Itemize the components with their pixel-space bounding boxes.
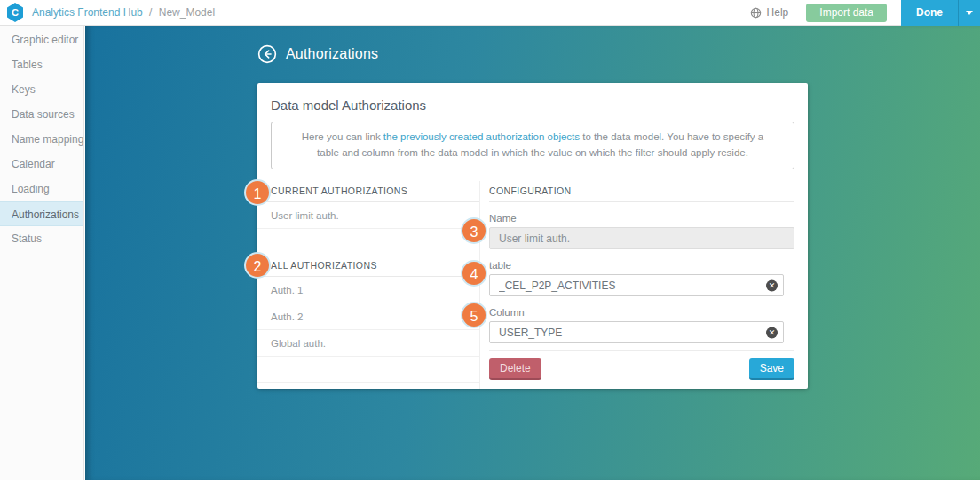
empty-list-row bbox=[257, 357, 479, 383]
name-field-label: Name bbox=[489, 213, 794, 224]
column-field-label: Column bbox=[489, 307, 794, 318]
chevron-down-icon bbox=[966, 11, 973, 15]
annotation-badge-1: 1 bbox=[244, 179, 271, 206]
topbar-actions: Help Import data Done bbox=[750, 0, 980, 26]
breadcrumb: Analytics Frontend Hub / New_Model bbox=[32, 6, 215, 19]
info-box: Here you can link the previously created… bbox=[271, 122, 794, 169]
annotation-badge-4: 4 bbox=[461, 260, 487, 287]
help-label: Help bbox=[767, 6, 789, 19]
page-header: Authorizations bbox=[257, 44, 378, 64]
topbar: C Analytics Frontend Hub / New_Model Hel… bbox=[0, 0, 980, 26]
sidebar-item-name-mapping[interactable]: Name mapping bbox=[0, 127, 83, 152]
table-field-label: table bbox=[489, 260, 794, 271]
all-authorization-item[interactable]: Auth. 1 bbox=[257, 277, 479, 303]
annotation-badge-2: 2 bbox=[244, 252, 271, 279]
globe-icon bbox=[750, 7, 762, 19]
current-authorizations-header: CURRENT AUTHORIZATIONS bbox=[257, 181, 479, 202]
content-area: Authorizations Data model Authorizations… bbox=[85, 26, 980, 480]
sidebar-item-tables[interactable]: Tables bbox=[0, 52, 83, 77]
list-gap bbox=[257, 229, 479, 256]
all-authorization-item[interactable]: Global auth. bbox=[257, 330, 479, 357]
annotation-badge-3: 3 bbox=[461, 217, 487, 244]
breadcrumb-model-name: New_Model bbox=[159, 6, 215, 19]
sidebar-item-authorizations[interactable]: Authorizations bbox=[0, 201, 83, 226]
app-root: C Analytics Frontend Hub / New_Model Hel… bbox=[0, 0, 980, 480]
clear-column-icon[interactable]: ✕ bbox=[766, 327, 778, 338]
name-field-group: Name bbox=[489, 213, 794, 249]
info-text-pre: Here you can link bbox=[302, 131, 383, 142]
sidebar-item-calendar[interactable]: Calendar bbox=[0, 152, 83, 177]
configuration-footer: Delete Save bbox=[489, 350, 794, 389]
clear-table-icon[interactable]: ✕ bbox=[766, 279, 778, 291]
authorization-objects-link[interactable]: the previously created authorization obj… bbox=[383, 131, 580, 142]
sidebar-item-graphic-editor[interactable]: Graphic editor bbox=[0, 28, 83, 52]
card-title: Data model Authorizations bbox=[271, 98, 794, 113]
sidebar-item-loading[interactable]: Loading bbox=[0, 177, 83, 201]
table-input[interactable] bbox=[489, 274, 784, 296]
back-button[interactable] bbox=[257, 44, 277, 64]
card-columns: CURRENT AUTHORIZATIONS User limit auth. … bbox=[257, 181, 808, 389]
save-button[interactable]: Save bbox=[749, 358, 794, 380]
all-authorization-item[interactable]: Auth. 2 bbox=[257, 303, 479, 330]
column-input[interactable] bbox=[489, 321, 784, 343]
sidebar-item-status[interactable]: Status bbox=[0, 226, 83, 251]
annotation-badge-5: 5 bbox=[461, 302, 487, 328]
sidebar: Graphic editor Tables Keys Data sources … bbox=[0, 26, 84, 480]
help-button[interactable]: Help bbox=[750, 6, 789, 19]
done-button[interactable]: Done bbox=[901, 0, 958, 26]
all-authorizations-header: ALL AUTHORIZATIONS bbox=[257, 256, 479, 277]
column-field-group: Column ✕ bbox=[489, 307, 794, 343]
name-input bbox=[489, 227, 794, 249]
app-logo-icon[interactable]: C bbox=[7, 3, 23, 22]
breadcrumb-separator: / bbox=[149, 6, 152, 19]
authorization-lists: CURRENT AUTHORIZATIONS User limit auth. … bbox=[257, 181, 479, 389]
sidebar-item-data-sources[interactable]: Data sources bbox=[0, 102, 83, 127]
configuration-header: CONFIGURATION bbox=[489, 181, 794, 202]
page-title: Authorizations bbox=[286, 46, 378, 62]
current-authorization-item[interactable]: User limit auth. bbox=[257, 202, 479, 229]
breadcrumb-app-link[interactable]: Analytics Frontend Hub bbox=[32, 6, 143, 19]
done-button-group: Done bbox=[901, 0, 980, 26]
sidebar-item-keys[interactable]: Keys bbox=[0, 77, 83, 102]
delete-button[interactable]: Delete bbox=[489, 358, 541, 380]
authorizations-card: Data model Authorizations Here you can l… bbox=[257, 83, 808, 389]
done-dropdown-button[interactable] bbox=[958, 0, 980, 26]
import-data-button[interactable]: Import data bbox=[806, 4, 887, 22]
logo-letter: C bbox=[12, 7, 19, 18]
configuration-panel: CONFIGURATION Name table ✕ Column bbox=[479, 181, 808, 389]
table-field-group: table ✕ bbox=[489, 260, 794, 296]
